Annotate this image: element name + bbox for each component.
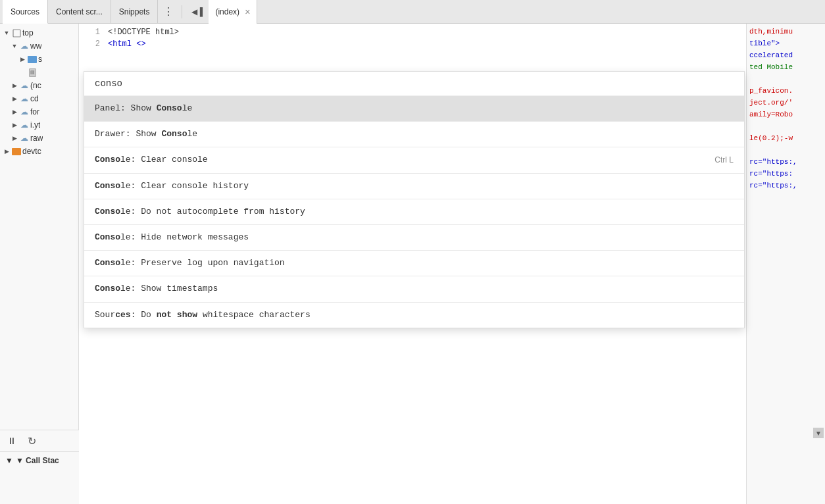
item-bold-console3: Conso [95, 155, 120, 164]
right-line-5 [749, 74, 822, 84]
cloud-icon-cd: ☁ [20, 94, 29, 103]
right-line-4: ted Mobile [749, 62, 822, 72]
item-bold-console6: Conso [95, 232, 120, 242]
tree-arrow-iyt [11, 121, 18, 129]
item-bold-ces: ces [115, 310, 130, 320]
tree-item-top[interactable]: top [0, 26, 78, 39]
item-label-preserve-log: Console: Preserve log upon navigation [95, 257, 285, 269]
step-over-button[interactable]: ↻ [25, 434, 38, 447]
autocomplete-item-drawer-show-console[interactable]: Drawer: Show Console [84, 122, 744, 147]
item-label-clear-console: Console: Clear console [95, 154, 208, 166]
call-stack-label: ▼ ▼ Call Stac [5, 456, 74, 465]
tree-arrow-s [18, 55, 26, 63]
autocomplete-item-no-autocomplete[interactable]: Console: Do not autocomplete from histor… [84, 199, 744, 224]
right-panel-content: dth,minimu tible"> ccelerated ted Mobile… [747, 24, 825, 195]
code-content-1: <!DOCTYPE html> [108, 26, 179, 38]
tree-item-for[interactable]: ☁ for [0, 105, 78, 118]
item-label-panel-show: Panel: Show Console [95, 103, 192, 114]
line-number-1: 1 [84, 26, 100, 38]
item-bold-console5: Conso [95, 207, 120, 216]
cloud-icon-iyt: ☁ [20, 120, 29, 130]
tree-s-label: s [38, 55, 42, 64]
right-line-10: le(0.2);-w [749, 133, 822, 143]
pause-button[interactable]: ⏸ [5, 434, 18, 447]
autocomplete-item-clear-history[interactable]: Console: Clear console history [84, 174, 744, 199]
tree-item-raw[interactable]: ☁ raw [0, 132, 78, 145]
line-number-2: 2 [84, 38, 100, 50]
debugger-controls: ⏸ ↻ [0, 430, 79, 451]
call-stack-section: ▼ ▼ Call Stac [0, 451, 79, 504]
tab-content-scripts[interactable]: Content scr... [48, 0, 111, 24]
right-line-13: rc="https: [749, 168, 822, 179]
item-label-hide-network: Console: Hide network messages [95, 232, 249, 243]
right-line-12: rc="https:, [749, 157, 822, 167]
item-label-drawer-show: Drawer: Show Console [95, 128, 197, 140]
item-bold-console2: Conso [161, 129, 187, 139]
tree-arrow-nc [11, 82, 18, 89]
autocomplete-item-whitespace[interactable]: Sources: Do not show whitespace characte… [84, 303, 744, 328]
tree-iyt-label: i.yt [30, 120, 40, 130]
tree-item-cd[interactable]: ☁ cd [0, 92, 78, 105]
tree-arrow-devtc [3, 147, 11, 155]
scroll-indicator[interactable]: ▼ [813, 428, 824, 438]
cloud-icon-ww: ☁ [20, 41, 29, 51]
code-editor[interactable]: 1 <!DOCTYPE html> 2 <html <> [79, 24, 746, 53]
right-line-1: dth,minimu [749, 26, 822, 37]
tree-arrow-raw [11, 134, 18, 142]
autocomplete-item-clear-console[interactable]: Console: Clear console Ctrl L [84, 147, 744, 172]
autocomplete-item-panel-show-console[interactable]: Panel: Show Console [84, 96, 744, 121]
tree-nc-label: (nc [30, 81, 41, 90]
right-panel: dth,minimu tible"> ccelerated ted Mobile… [746, 24, 825, 504]
tab-separator [182, 5, 182, 18]
tree-item-devtc[interactable]: devtc [0, 145, 78, 158]
item-label-clear-history: Console: Clear console history [95, 180, 249, 192]
item-bold-console7: Conso [95, 258, 120, 268]
right-line-3: ccelerated [749, 50, 822, 61]
tree-item-nc[interactable]: ☁ (nc [0, 79, 78, 92]
cloud-icon-for: ☁ [20, 107, 29, 116]
tree-item-file[interactable]: ▤ [0, 66, 78, 79]
sidebar: top ☁ ww s ▤ [0, 24, 79, 504]
tab-bar: Sources Content scr... Snippets ⋮ ◀▐ (in… [0, 0, 825, 24]
folder-icon-devtc [12, 147, 21, 156]
autocomplete-item-show-timestamps[interactable]: Console: Show timestamps [84, 276, 744, 301]
right-line-8: amily=Robo [749, 109, 822, 120]
autocomplete-input-text: conso [95, 78, 122, 89]
item-bold-console1: Conso [157, 103, 182, 113]
more-icon: ⋮ [163, 5, 174, 18]
right-line-6: p_favicon. [749, 86, 822, 96]
item-bold-console4: Conso [95, 181, 120, 191]
page-icon [12, 28, 21, 38]
tab-sources[interactable]: Sources [3, 0, 48, 24]
cloud-icon-nc: ☁ [20, 81, 29, 90]
right-line-7: ject.org/' [749, 97, 822, 108]
tree-arrow-top [3, 29, 11, 37]
folder-icon-s [28, 55, 37, 64]
autocomplete-item-hide-network[interactable]: Console: Hide network messages [84, 225, 744, 250]
code-line-1: 1 <!DOCTYPE html> [79, 26, 746, 38]
sidebar-tree: top ☁ ww s ▤ [0, 24, 78, 161]
tab-file-index[interactable]: (index) × [209, 0, 257, 24]
tree-devtc-label: devtc [22, 147, 41, 156]
more-tabs-button[interactable]: ⋮ [158, 0, 179, 24]
autocomplete-item-preserve-log[interactable]: Console: Preserve log upon navigation [84, 251, 744, 276]
code-line-2: 2 <html <> [79, 38, 746, 50]
right-line-14: rc="https:, [749, 180, 822, 191]
tree-item-iyt[interactable]: ☁ i.yt [0, 118, 78, 132]
autocomplete-dropdown[interactable]: conso Panel: Show Console Drawer: Show C… [84, 71, 745, 328]
file-icon: ▤ [28, 68, 37, 77]
autocomplete-list: Panel: Show Console Drawer: Show Console… [84, 96, 744, 328]
item-label-no-autocomplete: Console: Do not autocomplete from histor… [95, 206, 305, 218]
tree-for-label: for [30, 107, 39, 116]
tab-snippets[interactable]: Snippets [111, 0, 159, 24]
sidebar-toggle-button[interactable]: ◀▐ [188, 3, 206, 21]
sidebar-toggle-icon: ◀▐ [191, 7, 203, 16]
tree-ww-label: ww [30, 41, 41, 51]
tree-item-s[interactable]: s [0, 53, 78, 66]
item-bold-not: not [157, 310, 172, 320]
tree-arrow-cd [11, 95, 18, 103]
chevron-down-icon: ▼ [5, 456, 13, 465]
tab-close-button[interactable]: × [245, 7, 250, 17]
tree-item-ww[interactable]: ☁ ww [0, 39, 78, 53]
svg-rect-0 [13, 30, 20, 37]
